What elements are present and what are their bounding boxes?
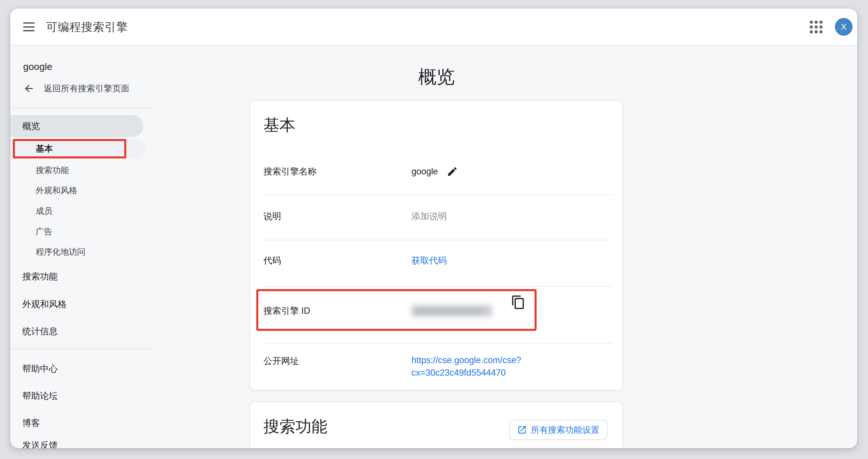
sidebar-item-programmatic-access[interactable]: 程序化地访问 xyxy=(36,243,86,261)
apps-grid-icon[interactable] xyxy=(810,21,822,33)
engine-name-value: google xyxy=(411,166,438,177)
basic-card: 基本 搜索引擎名称 google 说明 添加说明 xyxy=(250,100,623,391)
code-row-label: 代码 xyxy=(264,255,281,267)
sidebar-item-look-and-feel[interactable]: 外观和风格 xyxy=(22,296,67,313)
arrow-left-icon xyxy=(23,83,35,94)
sidebar-item-look-and-feel-sub[interactable]: 外观和风格 xyxy=(36,182,77,199)
engine-id-row-label: 搜索引擎 ID xyxy=(264,305,310,317)
public-url-line2: cx=30c23c49fd5544470 xyxy=(411,366,521,379)
get-code-link[interactable]: 获取代码 xyxy=(411,255,447,267)
row-divider xyxy=(264,286,613,287)
back-link-label: 返回所有搜索引擎页面 xyxy=(44,83,129,95)
sidebar-item-label: 基本 xyxy=(36,143,53,155)
engine-name-row-label: 搜索引擎名称 xyxy=(264,166,317,177)
menu-icon[interactable] xyxy=(23,22,35,31)
sidebar-item-search-features[interactable]: 搜索功能 xyxy=(22,268,58,285)
search-features-heading: 搜索功能 xyxy=(264,414,328,439)
public-url-line1: https://cse.google.com/cse? xyxy=(411,354,521,366)
page-title: 概览 xyxy=(250,65,623,85)
row-engine-id: 搜索引擎 ID xxxxxxxxxxxxxx xyxy=(250,302,623,320)
row-code: 代码 获取代码 xyxy=(250,252,623,269)
engine-name-label: google xyxy=(23,58,52,75)
public-url-row-label: 公开网址 xyxy=(264,355,299,367)
sidebar-item-overview[interactable]: 概览 xyxy=(10,115,144,137)
top-app-bar: 可编程搜索引擎 X xyxy=(10,8,857,46)
sidebar-item-label: 概览 xyxy=(22,120,40,132)
all-search-features-settings-button[interactable]: 所有搜索功能设置 xyxy=(509,420,608,440)
sidebar-item-ads[interactable]: 广告 xyxy=(36,223,52,240)
sidebar-item-help-center[interactable]: 帮助中心 xyxy=(22,360,58,378)
sidebar-item-members[interactable]: 成员 xyxy=(36,203,52,220)
row-divider xyxy=(264,240,613,240)
basic-card-heading: 基本 xyxy=(264,112,296,138)
sidebar-item-statistics[interactable]: 统计信息 xyxy=(22,323,58,340)
main-panel: 概览 基本 搜索引擎名称 google 说明 xyxy=(154,46,857,448)
sidebar-item-send-feedback[interactable]: 发送反馈 xyxy=(22,437,58,448)
search-features-card: 搜索功能 所有搜索功能设置 xyxy=(250,402,623,448)
public-url-link[interactable]: https://cse.google.com/cse? cx=30c23c49f… xyxy=(411,354,521,379)
app-title: 可编程搜索引擎 xyxy=(46,19,128,35)
settings-button-label: 所有搜索功能设置 xyxy=(531,424,599,436)
sidebar-item-basic[interactable]: 基本 xyxy=(10,139,146,158)
app-window: 可编程搜索引擎 X google 返回所有搜索引擎页面 概览 基本 搜索功能 外… xyxy=(10,8,857,448)
account-avatar[interactable]: X xyxy=(835,18,852,36)
sidebar: google 返回所有搜索引擎页面 概览 基本 搜索功能 外观和风格 成员 广告… xyxy=(10,46,154,448)
row-divider xyxy=(264,194,613,195)
description-row-label: 说明 xyxy=(264,210,281,222)
engine-id-masked-value: xxxxxxxxxxxxxx xyxy=(411,305,492,317)
content-area: google 返回所有搜索引擎页面 概览 基本 搜索功能 外观和风格 成员 广告… xyxy=(10,46,857,448)
back-to-all-engines-link[interactable]: 返回所有搜索引擎页面 xyxy=(23,80,129,97)
sidebar-divider xyxy=(10,349,154,349)
description-placeholder[interactable]: 添加说明 xyxy=(411,210,447,222)
pencil-icon[interactable] xyxy=(446,166,458,177)
sidebar-item-blog[interactable]: 博客 xyxy=(22,415,40,432)
open-in-new-icon xyxy=(517,425,527,435)
sidebar-divider xyxy=(10,108,154,108)
row-divider xyxy=(264,343,613,344)
sidebar-item-help-forum[interactable]: 帮助论坛 xyxy=(22,387,58,404)
row-description: 说明 添加说明 xyxy=(250,208,623,225)
sidebar-item-search-features-sub[interactable]: 搜索功能 xyxy=(36,162,69,179)
copy-icon[interactable] xyxy=(511,295,526,310)
row-engine-name: 搜索引擎名称 google xyxy=(250,163,623,180)
